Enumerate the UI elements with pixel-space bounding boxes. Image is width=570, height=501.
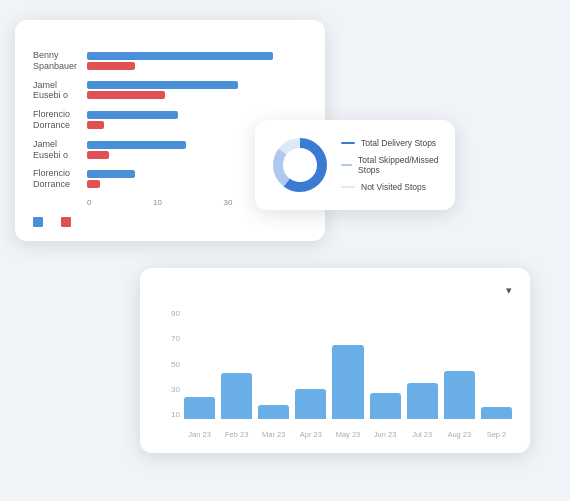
- donut-legend: Total Delivery StopsTotal Skipped/Missed…: [341, 138, 441, 192]
- route-bar: [481, 407, 512, 419]
- route-bar-col: [184, 309, 215, 419]
- legend-failed: [61, 217, 75, 227]
- svg-point-3: [286, 151, 314, 179]
- donut-legend-color: [341, 164, 352, 166]
- route-bar: [370, 393, 401, 419]
- x-axis-label: 10: [153, 198, 162, 207]
- donut-legend-item: Total Delivery Stops: [341, 138, 441, 148]
- route-bar-col: [332, 309, 363, 419]
- route-x-labels: Jan 23Feb 23Mar 23Apr 23May 23Jun 23Jul …: [184, 430, 512, 439]
- failed-bar: [87, 180, 100, 188]
- x-axis-label: 0: [87, 198, 91, 207]
- failed-dot: [61, 217, 71, 227]
- route-y-labels: 9070503010: [158, 309, 180, 419]
- bar-driver-label: Florencio Dorrance: [33, 168, 87, 190]
- route-y-label: 30: [171, 385, 180, 394]
- route-x-label: Apr 23: [295, 430, 326, 439]
- donut-legend-color: [341, 142, 355, 144]
- route-y-label: 70: [171, 334, 180, 343]
- bar-legend: [33, 217, 307, 227]
- bar-driver-label: Benny Spanbauer: [33, 50, 87, 72]
- route-x-label: Mar 23: [258, 430, 289, 439]
- bar-driver-label: Jamel Eusebi o: [33, 80, 87, 102]
- year-selector[interactable]: ▾: [503, 284, 512, 297]
- route-bar-col: [444, 309, 475, 419]
- route-bar-col: [295, 309, 326, 419]
- route-bar: [407, 383, 438, 419]
- completed-bar: [87, 81, 238, 89]
- donut-legend-label: Not Visited Stops: [361, 182, 426, 192]
- completed-bar: [87, 170, 135, 178]
- route-x-label: Sep 2: [481, 430, 512, 439]
- completed-bar: [87, 141, 186, 149]
- failed-bar: [87, 62, 135, 70]
- route-x-label: Jun 23: [370, 430, 401, 439]
- failed-bar: [87, 91, 165, 99]
- route-x-label: May 23: [332, 430, 363, 439]
- chevron-down-icon: ▾: [506, 284, 512, 297]
- route-bar-col: [258, 309, 289, 419]
- legend-completed: [33, 217, 47, 227]
- completed-dot: [33, 217, 43, 227]
- donut-legend-item: Not Visited Stops: [341, 182, 441, 192]
- bar-driver-label: Florencio Dorrance: [33, 109, 87, 131]
- failed-bar: [87, 121, 104, 129]
- bar-pair: [87, 52, 307, 70]
- route-y-label: 90: [171, 309, 180, 318]
- route-bar-col: [481, 309, 512, 419]
- donut-legend-label: Total Skipped/Missed Stops: [358, 155, 441, 175]
- route-bar: [221, 373, 252, 419]
- route-bar: [258, 405, 289, 419]
- route-chart-card: ▾ 9070503010 Jan 23Feb 23Mar 23Apr 23May…: [140, 268, 530, 453]
- route-header: ▾: [158, 284, 512, 297]
- route-bar: [295, 389, 326, 419]
- route-y-label: 10: [171, 410, 180, 419]
- bar-pair: [87, 81, 307, 99]
- route-bar-col: [221, 309, 252, 419]
- route-x-label: Jul 23: [407, 430, 438, 439]
- bar-driver-label: Jamel Eusebi o: [33, 139, 87, 161]
- route-bar: [444, 371, 475, 419]
- route-x-label: Feb 23: [221, 430, 252, 439]
- bar-row: Benny Spanbauer: [33, 50, 307, 72]
- completed-bar: [87, 52, 273, 60]
- donut-chart-card: Total Delivery StopsTotal Skipped/Missed…: [255, 120, 455, 210]
- route-bar: [332, 345, 363, 419]
- donut-legend-item: Total Skipped/Missed Stops: [341, 155, 441, 175]
- route-bar: [184, 397, 215, 419]
- route-bar-col: [370, 309, 401, 419]
- completed-bar: [87, 111, 178, 119]
- route-x-label: Aug 23: [444, 430, 475, 439]
- donut-legend-label: Total Delivery Stops: [361, 138, 436, 148]
- route-bars: [184, 309, 512, 419]
- x-axis-label: 30: [224, 198, 233, 207]
- route-y-label: 50: [171, 360, 180, 369]
- donut-chart: [269, 134, 331, 196]
- route-bar-col: [407, 309, 438, 419]
- bar-row: Jamel Eusebi o: [33, 80, 307, 102]
- route-x-label: Jan 23: [184, 430, 215, 439]
- failed-bar: [87, 151, 109, 159]
- route-chart-body: 9070503010 Jan 23Feb 23Mar 23Apr 23May 2…: [158, 309, 512, 439]
- donut-legend-color: [341, 186, 355, 188]
